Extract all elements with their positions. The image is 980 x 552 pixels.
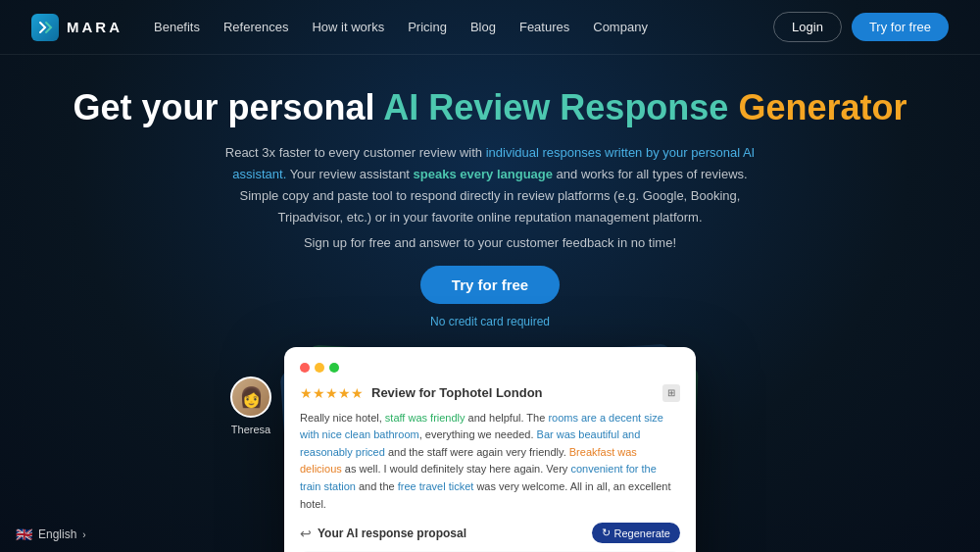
subtitle-highlight2: speaks every language	[414, 167, 553, 181]
review-text-3: , everything we needed.	[419, 428, 537, 440]
ai-response-label: Your AI response proposal	[318, 527, 466, 540]
nav-link-blog[interactable]: Blog	[470, 20, 496, 34]
review-text: Really nice hotel, staff was friendly an…	[300, 410, 680, 514]
copy-icon[interactable]: ⊞	[662, 384, 680, 402]
review-hl6: free travel ticket	[398, 480, 474, 492]
review-hl1: staff was friendly	[385, 412, 466, 424]
nav-link-pricing[interactable]: Pricing	[408, 20, 447, 34]
hero-title-post	[728, 87, 738, 127]
try-free-button[interactable]: Try for free	[420, 266, 560, 304]
hero-subtitle: React 3x faster to every customer review…	[216, 142, 764, 228]
review-text-4: and the staff were again very friendly.	[385, 446, 569, 458]
regenerate-label: Regenerate	[614, 527, 671, 539]
nav-link-references[interactable]: References	[223, 20, 288, 34]
hero-signup-text: Sign up for free and answer to your cust…	[20, 235, 960, 250]
subtitle-pre: React 3x faster to every customer review…	[225, 145, 486, 160]
hero-title-ai: AI Review Response	[383, 87, 728, 127]
review-header: ★★★★★ Review for Tophotel London ⊞	[300, 384, 680, 402]
flag-icon: 🇬🇧	[16, 527, 32, 542]
demo-card: ★★★★★ Review for Tophotel London ⊞ Reall…	[284, 347, 696, 552]
chevron-right-icon: ›	[82, 529, 85, 540]
review-title: Review for Tophotel London	[371, 385, 543, 400]
nav-actions: Login Try for free	[773, 12, 949, 42]
avatar: 👩	[230, 376, 271, 418]
nav-link-benefits[interactable]: Benefits	[154, 20, 200, 34]
hero-title-generator: Generator	[738, 87, 906, 127]
language-label: English	[38, 527, 76, 541]
cta-area: Try for free No credit card required	[20, 266, 960, 329]
reply-arrow-icon: ↩	[300, 526, 312, 541]
dot-red	[300, 363, 310, 373]
nav-link-how-it-works[interactable]: How it works	[312, 20, 384, 34]
review-text-6: and the	[356, 480, 398, 492]
window-dots	[300, 363, 680, 373]
review-text-2: and helpful. The	[466, 412, 549, 424]
login-button[interactable]: Login	[773, 12, 842, 42]
logo-text: MARA	[67, 19, 122, 35]
hero-title: Get your personal AI Review Response Gen…	[20, 86, 960, 128]
review-title-pre: Review for	[371, 385, 439, 400]
dot-green	[329, 363, 339, 373]
nav-link-company[interactable]: Company	[593, 20, 648, 34]
avatar-area: 👩 Theresa	[230, 376, 271, 435]
regenerate-button[interactable]: ↻ Regenerate	[592, 523, 681, 543]
dot-yellow	[315, 363, 324, 373]
nav-try-button[interactable]: Try for free	[852, 13, 949, 41]
review-text-5: as well. I would definitely stay here ag…	[342, 463, 571, 475]
stars: ★★★★★	[300, 385, 364, 401]
hero-title-pre: Get your personal	[74, 87, 384, 127]
regenerate-icon: ↻	[602, 527, 611, 539]
no-credit-text: No credit card required	[430, 315, 550, 328]
nav-link-features[interactable]: Features	[519, 20, 569, 34]
demo-card-wrapper: 👩 Theresa ★★★★★ Review for Tophotel Lond…	[284, 347, 696, 552]
logo[interactable]: MARA	[31, 14, 122, 41]
hotel-name: Tophotel London	[439, 385, 542, 400]
subtitle-mid: Your review assistant	[286, 167, 413, 181]
ai-response-header: ↩ Your AI response proposal ↻ Regenerate	[300, 523, 680, 543]
demo-area: 👩 Theresa ★★★★★ Review for Tophotel Lond…	[0, 347, 980, 552]
review-text-1: Really nice hotel,	[300, 412, 385, 424]
hero-section: Get your personal AI Review Response Gen…	[0, 55, 980, 329]
nav-links: Benefits References How it works Pricing…	[154, 20, 773, 34]
reviewer-name: Theresa	[231, 424, 270, 435]
logo-icon	[31, 14, 59, 41]
navbar: MARA Benefits References How it works Pr…	[0, 0, 980, 55]
language-selector[interactable]: 🇬🇧 English ›	[16, 527, 86, 542]
